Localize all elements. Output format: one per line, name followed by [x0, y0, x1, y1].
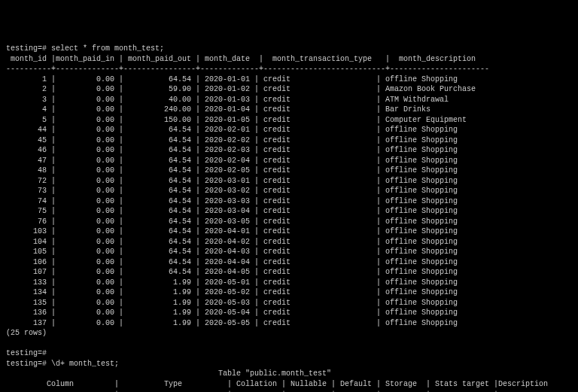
row-count: (25 rows) [6, 329, 47, 337]
schema-header-row: Column | Type | Collation | Nullable | D… [6, 380, 552, 388]
table-title-line: Table "public.month_test" [6, 369, 548, 378]
prompt: testing=# [6, 44, 47, 53]
psql-command: \d+ month_test; [51, 360, 119, 368]
table-header-row: month_id |month_paid_in | month_paid_out… [6, 55, 489, 63]
divider: ----------+--------------+--------------… [6, 65, 489, 73]
prompt: testing=# [6, 349, 47, 357]
terminal-output: testing=# select * from month_test; mont… [6, 44, 572, 392]
prompt: testing=# [6, 360, 47, 368]
sql-query: select * from month_test; [51, 44, 164, 53]
